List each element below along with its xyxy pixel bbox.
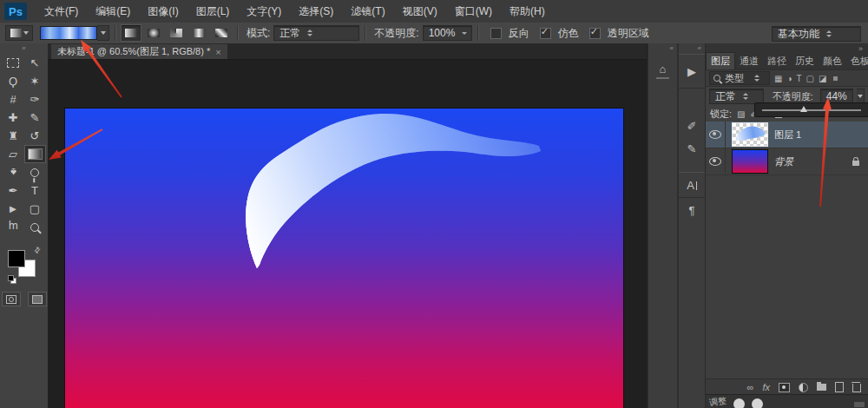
opacity-slider-track[interactable] (762, 109, 861, 111)
tool-preset-picker[interactable] (5, 25, 33, 41)
opacity-slider-popup[interactable] (754, 102, 868, 117)
tab-paths[interactable]: 路径 (763, 53, 791, 69)
brush-tool[interactable]: ✎ (24, 109, 46, 127)
eraser-tool[interactable]: ▱ (3, 145, 24, 163)
move-tool[interactable]: ↖ (24, 54, 46, 72)
visibility-cell[interactable] (706, 122, 726, 148)
angle-gradient-button[interactable] (166, 24, 187, 42)
expand-dock-icon[interactable]: « (679, 43, 705, 54)
tab-color[interactable]: 颜色 (819, 53, 846, 69)
hand-tool[interactable]: ɰ (3, 218, 24, 236)
tab-channels[interactable]: 通道 (735, 53, 763, 69)
workspace-switcher[interactable]: 基本功能 (772, 26, 861, 42)
screen-mode-button[interactable] (28, 292, 47, 306)
lock-transparency-icon[interactable]: ▨ (737, 109, 745, 119)
close-icon[interactable]: × (215, 47, 220, 57)
delete-layer-icon[interactable] (852, 384, 861, 392)
history-brush-tool[interactable]: ↺ (24, 127, 46, 145)
collapsed-dock-right: « ▶ ✐ ✎ A ¶ (678, 43, 706, 408)
menu-help[interactable]: 帮助(H) (501, 0, 554, 23)
diamond-gradient-button[interactable] (211, 24, 232, 42)
mini-bridge-button[interactable]: ⌂ (648, 54, 677, 87)
type-tool[interactable]: T (24, 181, 46, 200)
default-colors-icon[interactable] (8, 275, 16, 283)
brush-panel-button[interactable]: ✐ (679, 115, 705, 137)
healing-brush-tool[interactable]: ✚ (3, 109, 24, 127)
visibility-cell[interactable] (706, 148, 726, 174)
filter-adjustment-icon[interactable]: ◑ (786, 74, 792, 83)
dropdown-arrows-icon (754, 75, 760, 82)
rectangular-marquee-tool[interactable] (3, 54, 24, 72)
character-panel-button[interactable]: A (679, 172, 705, 198)
background-thumbnail[interactable] (732, 149, 768, 174)
canvas[interactable] (65, 109, 623, 408)
adjustment-layer-icon[interactable] (799, 383, 808, 392)
foreground-color-swatch[interactable] (8, 250, 25, 267)
menu-layer[interactable]: 图层(L) (187, 0, 239, 23)
expand-dock-icon[interactable]: « (648, 43, 677, 54)
layer-style-icon[interactable]: fx (762, 379, 770, 395)
blur-tool[interactable]: ♠ (3, 163, 24, 181)
filter-smart-object-icon[interactable]: ◪ (819, 74, 826, 83)
mini-bridge-icon: ⌂ (660, 63, 667, 76)
quick-selection-tool[interactable]: ✶ (24, 72, 46, 90)
shape-tool[interactable]: ▢ (24, 200, 46, 218)
path-selection-tool[interactable]: ► (3, 200, 24, 218)
opacity-dropdown[interactable]: 100% (423, 25, 472, 41)
swap-colors-icon[interactable]: ⇄ (32, 245, 43, 255)
dither-checkbox[interactable] (540, 28, 551, 39)
tab-history[interactable]: 历史 (791, 53, 819, 69)
crop-tool[interactable]: # (3, 90, 24, 109)
gradient-preview[interactable] (40, 26, 97, 40)
layer-row-layer1[interactable]: 图层 1 (706, 122, 868, 148)
actions-panel-button[interactable]: ▶ (679, 54, 705, 89)
brush-presets-button[interactable]: ✎ (679, 137, 705, 160)
mode-dropdown[interactable]: 正常 (273, 25, 359, 41)
filter-pin-icon[interactable] (833, 76, 838, 81)
menu-view[interactable]: 视图(V) (394, 0, 446, 23)
filter-type-icon[interactable]: T (797, 74, 802, 83)
menu-select[interactable]: 选择(S) (290, 0, 342, 23)
menu-type[interactable]: 文字(Y) (238, 0, 290, 23)
lasso-icon: Ϙ (9, 75, 17, 88)
layer1-thumbnail[interactable] (732, 122, 768, 147)
transparency-checkbox[interactable] (589, 28, 601, 39)
reverse-checkbox[interactable] (490, 28, 502, 39)
opacity-slider-thumb[interactable] (800, 106, 807, 112)
filter-shape-icon[interactable]: ▢ (806, 74, 814, 83)
linear-gradient-button[interactable] (121, 24, 141, 42)
new-layer-icon[interactable] (835, 382, 844, 392)
linear-gradient-icon (125, 29, 137, 37)
link-layers-icon[interactable]: ∞ (747, 379, 754, 395)
eyedropper-tool[interactable]: ✑ (24, 90, 46, 109)
menu-file[interactable]: 文件(F) (36, 0, 87, 23)
paragraph-panel-button[interactable]: ¶ (679, 198, 705, 222)
layer-row-background[interactable]: 背景 (706, 148, 868, 175)
tab-swatches[interactable]: 色板 (846, 53, 868, 69)
quick-mask-button[interactable] (2, 292, 21, 306)
adjustment-circle-icon[interactable] (752, 398, 763, 408)
new-group-icon[interactable] (817, 384, 826, 391)
pen-tool[interactable]: ✒ (3, 181, 24, 200)
filter-image-icon[interactable]: ▦ (774, 74, 782, 83)
filter-type-dropdown[interactable]: 类型 (709, 71, 770, 85)
tab-layers[interactable]: 图层 (706, 52, 735, 69)
gradient-tool[interactable] (24, 145, 46, 163)
menu-image[interactable]: 图像(I) (139, 0, 187, 23)
document-tab[interactable]: 未标题-1 @ 60.5%(图层 1, RGB/8) * × (50, 43, 228, 59)
adjustment-circle-icon[interactable] (733, 398, 745, 408)
collapse-toolbar-icon[interactable]: « (0, 43, 48, 54)
radial-gradient-button[interactable] (143, 24, 164, 42)
menu-edit[interactable]: 编辑(E) (87, 0, 139, 23)
dodge-tool[interactable] (24, 163, 46, 181)
crescent-shape (734, 124, 766, 142)
menu-filter[interactable]: 滤镜(T) (342, 0, 393, 23)
lasso-tool[interactable]: Ϙ (3, 72, 24, 90)
clone-stamp-tool[interactable]: ♜ (3, 127, 24, 145)
tools-panel: « ↖ Ϙ ✶ # ✑ ✚ ✎ ♜ ↺ ▱ ♠ ✒ T ► ▢ ɰ ⇄ (0, 43, 49, 408)
add-mask-icon[interactable] (779, 383, 790, 392)
zoom-tool[interactable] (24, 218, 46, 236)
menu-window[interactable]: 窗口(W) (446, 0, 501, 23)
gradient-picker-button[interactable] (97, 25, 109, 41)
reflected-gradient-button[interactable] (188, 24, 209, 42)
